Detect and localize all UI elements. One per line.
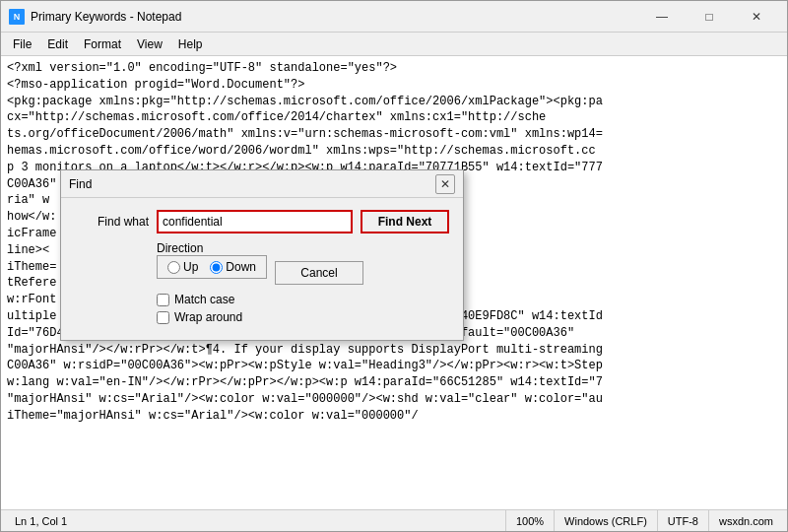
find-what-row: Find what Find Next [75, 210, 449, 233]
content-area: Find ✕ Find what Find Next Direction [1, 56, 787, 509]
window-controls: — □ ✕ [639, 4, 779, 30]
down-radio[interactable] [210, 261, 223, 274]
status-encoding: UTF-8 [658, 510, 709, 531]
wrap-around-checkbox[interactable] [157, 311, 169, 324]
status-bar: Ln 1, Col 1 100% Windows (CRLF) UTF-8 ws… [1, 509, 787, 531]
find-what-input[interactable] [157, 210, 353, 233]
find-what-label: Find what [75, 215, 149, 229]
menu-help[interactable]: Help [170, 35, 211, 53]
maximize-button[interactable]: □ [687, 4, 732, 30]
direction-label: Direction [157, 241, 255, 255]
find-dialog: Find ✕ Find what Find Next Direction [60, 169, 464, 341]
window-title: Primary Keywords - Notepad [31, 10, 639, 24]
menu-edit[interactable]: Edit [39, 35, 76, 53]
find-dialog-title: Find [69, 177, 435, 191]
find-close-button[interactable]: ✕ [435, 174, 455, 194]
direction-group: Direction Up Down [157, 241, 267, 279]
status-position: Ln 1, Col 1 [5, 510, 506, 531]
up-radio[interactable] [167, 261, 180, 274]
find-title-bar: Find ✕ [61, 170, 463, 198]
notepad-window: N Primary Keywords - Notepad — □ ✕ File … [0, 0, 788, 532]
status-line-ending: Windows (CRLF) [555, 510, 658, 531]
radio-group: Up Down [157, 255, 267, 279]
find-body: Find what Find Next Direction Up [61, 198, 463, 340]
minimize-button[interactable]: — [639, 4, 685, 30]
title-bar: N Primary Keywords - Notepad — □ ✕ [1, 1, 787, 33]
direction-row: Direction Up Down Cancel [75, 241, 449, 285]
status-zoom: 100% [506, 510, 555, 531]
menu-file[interactable]: File [5, 35, 39, 53]
menu-view[interactable]: View [129, 35, 170, 53]
cancel-button[interactable]: Cancel [275, 261, 363, 285]
status-website: wsxdn.com [709, 510, 783, 531]
up-radio-label[interactable]: Up [167, 260, 198, 274]
menu-format[interactable]: Format [76, 35, 129, 53]
match-case-label[interactable]: Match case [157, 293, 449, 306]
checkboxes-group: Match case Wrap around [157, 293, 449, 324]
match-case-checkbox[interactable] [157, 294, 169, 306]
down-radio-label[interactable]: Down [210, 260, 256, 274]
close-button[interactable]: ✕ [734, 4, 779, 30]
find-next-button[interactable]: Find Next [361, 210, 449, 233]
app-icon: N [9, 9, 25, 25]
menu-bar: File Edit Format View Help [1, 33, 787, 56]
wrap-around-label[interactable]: Wrap around [157, 310, 449, 324]
